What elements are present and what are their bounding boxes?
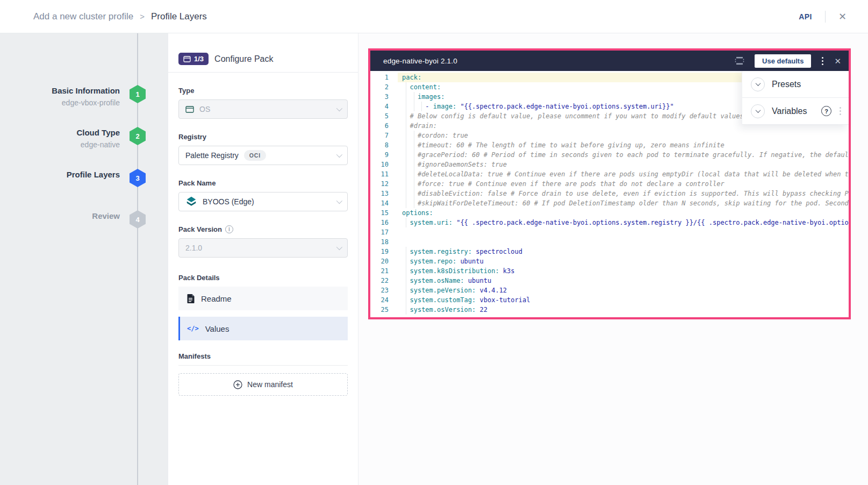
- kebab-menu-icon[interactable]: [821, 56, 824, 66]
- code-line-text: #skipWaitForDeleteTimeout: 60 # If pod D…: [398, 198, 849, 208]
- code-line[interactable]: 12 #force: true # Continue even if there…: [370, 179, 849, 189]
- code-line[interactable]: 15options:: [370, 208, 849, 218]
- line-number: 1: [370, 73, 398, 82]
- code-line[interactable]: 24 system.customTag: vbox-tutorial: [370, 295, 849, 305]
- presets-chevron-button[interactable]: [751, 77, 765, 91]
- info-icon[interactable]: i: [225, 225, 233, 233]
- registry-label: Registry: [178, 133, 348, 141]
- variables-section[interactable]: Variables ?: [742, 98, 849, 125]
- registry-select[interactable]: Palette Registry OCI: [178, 146, 348, 165]
- new-manifest-button[interactable]: New manifest: [178, 373, 348, 396]
- code-line[interactable]: 20 system.repo: ubuntu: [370, 256, 849, 266]
- line-number: 13: [370, 189, 398, 198]
- line-number: 23: [370, 286, 398, 295]
- use-defaults-button[interactable]: Use defaults: [755, 54, 811, 68]
- code-line[interactable]: 11 #deleteLocalData: true # Continue eve…: [370, 169, 849, 179]
- step-number-badge[interactable]: 2: [130, 127, 146, 145]
- line-number: 18: [370, 237, 398, 247]
- breadcrumb-parent-link[interactable]: Add a new cluster profile: [33, 11, 133, 22]
- code-line[interactable]: 21 system.k8sDistribution: k3s: [370, 266, 849, 276]
- expand-editor-icon[interactable]: [734, 56, 745, 65]
- code-line[interactable]: 23 system.peVersion: v4.4.12: [370, 286, 849, 295]
- app-root: Add a new cluster profile > Profile Laye…: [0, 0, 868, 485]
- code-line[interactable]: 13 #disableEviction: false # Force drain…: [370, 189, 849, 198]
- values-tab-label: Values: [205, 324, 229, 333]
- code-line-text: [398, 227, 849, 237]
- code-line-text: #cordon: true: [398, 131, 849, 140]
- variables-chevron-button[interactable]: [751, 104, 765, 118]
- chevron-down-icon: [336, 152, 342, 158]
- line-number: 2: [370, 82, 398, 92]
- byoos-pack-icon: [185, 196, 197, 208]
- code-line-text: system.peVersion: v4.4.12: [398, 286, 849, 295]
- line-number: 19: [370, 247, 398, 256]
- code-line-text: system.customTag: vbox-tutorial: [398, 295, 849, 305]
- registry-value: Palette Registry: [185, 151, 239, 160]
- step-number-badge[interactable]: 3: [130, 169, 146, 187]
- panel-title: Configure Pack: [214, 54, 273, 64]
- type-value: OS: [199, 105, 331, 113]
- chevron-down-icon: [336, 244, 342, 250]
- pack-version-value: 2.1.0: [185, 244, 331, 252]
- api-button[interactable]: API: [799, 12, 812, 21]
- configure-pack-panel: 1/3 Configure Pack Type OS Registry: [168, 33, 358, 485]
- readme-tab-label: Readme: [201, 294, 232, 303]
- topbar: Add a new cluster profile > Profile Laye…: [0, 0, 868, 33]
- line-number: 3: [370, 92, 398, 102]
- pack-name-label: Pack Name: [178, 179, 348, 187]
- step-title: Cloud Type: [12, 127, 120, 139]
- line-number: 20: [370, 256, 398, 266]
- line-number: 21: [370, 266, 398, 276]
- pack-name-select[interactable]: BYOOS (Edge): [178, 192, 348, 211]
- step-text: Review: [12, 210, 120, 222]
- readme-tab[interactable]: Readme: [178, 287, 348, 310]
- line-number: 15: [370, 208, 398, 218]
- code-line-text: system.repo: ubuntu: [398, 256, 849, 266]
- line-number: 16: [370, 218, 398, 227]
- code-line-text: #disableEviction: false # Force drain to…: [398, 189, 849, 198]
- code-line[interactable]: 10 #ignoreDaemonSets: true: [370, 160, 849, 169]
- topbar-actions: API ✕: [799, 11, 847, 23]
- code-line-text: [398, 237, 849, 247]
- code-line[interactable]: 9 #gracePeriod: 60 # Period of time in s…: [370, 150, 849, 160]
- close-icon[interactable]: ✕: [838, 12, 847, 22]
- presets-section[interactable]: Presets: [742, 71, 849, 98]
- line-number: 10: [370, 160, 398, 169]
- code-line[interactable]: 18: [370, 237, 849, 247]
- code-line[interactable]: 8 #timeout: 60 # The length of time to w…: [370, 140, 849, 150]
- code-line-text: #timeout: 60 # The length of time to wai…: [398, 140, 849, 150]
- topbar-divider: [825, 11, 826, 23]
- line-number: 5: [370, 111, 398, 121]
- code-line-text: #force: true # Continue even if there ar…: [398, 179, 849, 189]
- stepper-sidebar: Basic Information edge-vbox-profile 1 Cl…: [0, 33, 168, 485]
- code-line-text: system.uri: "{{ .spectro.pack.edge-nativ…: [398, 218, 849, 227]
- step-number-badge[interactable]: 1: [130, 85, 146, 103]
- code-line[interactable]: 25 system.osVersion: 22: [370, 305, 849, 315]
- variables-kebab-icon[interactable]: [838, 106, 842, 116]
- line-number: 9: [370, 150, 398, 160]
- os-window-icon: [185, 106, 194, 113]
- help-icon[interactable]: ?: [821, 106, 831, 116]
- editor-side-panel: Presets Variables ?: [742, 71, 849, 125]
- manifests-divider: [178, 365, 348, 366]
- code-line[interactable]: 16 system.uri: "{{ .spectro.pack.edge-na…: [370, 218, 849, 227]
- code-line-text: system.osVersion: 22: [398, 305, 849, 315]
- pack-details-label: Pack Details: [178, 274, 348, 282]
- editor-close-icon[interactable]: ✕: [834, 57, 841, 65]
- code-line[interactable]: 14 #skipWaitForDeleteTimeout: 60 # If po…: [370, 198, 849, 208]
- code-line[interactable]: 17: [370, 227, 849, 237]
- pack-version-select[interactable]: 2.1.0: [178, 238, 348, 258]
- line-number: 14: [370, 198, 398, 208]
- editor-header: edge-native-byoi 2.1.0 Use defaults: [370, 51, 849, 71]
- line-number: 12: [370, 179, 398, 189]
- code-line[interactable]: 22 system.osName: ubuntu: [370, 276, 849, 286]
- configure-pack-body: Type OS Registry Palette Registry OCI: [168, 87, 358, 396]
- line-number: 22: [370, 276, 398, 286]
- code-line[interactable]: 19 system.registry: spectrocloud: [370, 247, 849, 256]
- code-line[interactable]: 7 #cordon: true: [370, 131, 849, 140]
- values-tab[interactable]: </> Values: [178, 317, 348, 340]
- type-select[interactable]: OS: [178, 99, 348, 119]
- step-number-badge[interactable]: 4: [130, 210, 146, 229]
- step-title: Basic Information: [12, 85, 120, 97]
- code-line-text: #deleteLocalData: true # Continue even i…: [398, 169, 849, 179]
